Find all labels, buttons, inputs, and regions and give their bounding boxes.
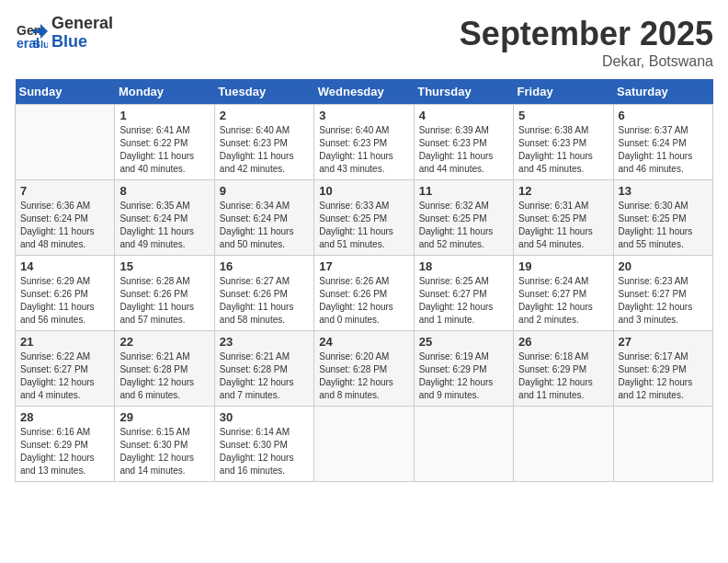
day-info: Sunrise: 6:16 AMSunset: 6:29 PMDaylight:… <box>20 426 109 477</box>
calendar-cell: 15Sunrise: 6:28 AMSunset: 6:26 PMDayligh… <box>115 256 214 331</box>
day-info: Sunrise: 6:37 AMSunset: 6:24 PMDaylight:… <box>619 124 708 176</box>
day-info: Sunrise: 6:21 AMSunset: 6:28 PMDaylight:… <box>220 350 309 402</box>
day-info: Sunrise: 6:33 AMSunset: 6:25 PMDaylight:… <box>319 200 408 251</box>
day-info: Sunrise: 6:28 AMSunset: 6:26 PMDaylight:… <box>119 275 209 327</box>
day-info: Sunrise: 6:17 AMSunset: 6:29 PMDaylight:… <box>619 350 708 402</box>
calendar-cell: 13Sunrise: 6:30 AMSunset: 6:25 PMDayligh… <box>613 180 712 256</box>
calendar-cell: 8Sunrise: 6:35 AMSunset: 6:24 PMDaylight… <box>115 180 214 256</box>
day-number: 18 <box>419 259 508 273</box>
calendar-cell: 26Sunrise: 6:18 AMSunset: 6:29 PMDayligh… <box>514 331 613 407</box>
weekday-header-monday: Monday <box>115 79 214 105</box>
weekday-header-saturday: Saturday <box>613 79 712 105</box>
day-info: Sunrise: 6:14 AMSunset: 6:30 PMDaylight:… <box>220 426 309 477</box>
day-info: Sunrise: 6:39 AMSunset: 6:23 PMDaylight:… <box>419 124 508 176</box>
calendar-cell: 5Sunrise: 6:38 AMSunset: 6:23 PMDaylight… <box>514 105 613 180</box>
calendar-cell: 16Sunrise: 6:27 AMSunset: 6:26 PMDayligh… <box>214 256 313 331</box>
day-number: 14 <box>20 259 109 273</box>
calendar-cell <box>613 407 712 482</box>
day-info: Sunrise: 6:15 AMSunset: 6:30 PMDaylight:… <box>119 426 209 477</box>
week-row-0: 1Sunrise: 6:41 AMSunset: 6:22 PMDaylight… <box>16 105 713 180</box>
day-number: 27 <box>619 335 708 349</box>
day-number: 9 <box>220 184 309 198</box>
calendar-cell: 24Sunrise: 6:20 AMSunset: 6:28 PMDayligh… <box>314 331 414 407</box>
day-number: 1 <box>119 109 209 122</box>
day-number: 10 <box>319 184 408 198</box>
day-info: Sunrise: 6:31 AMSunset: 6:25 PMDaylight:… <box>518 200 608 251</box>
calendar-cell: 25Sunrise: 6:19 AMSunset: 6:29 PMDayligh… <box>414 331 513 407</box>
calendar-cell <box>314 407 414 482</box>
day-number: 23 <box>220 335 309 349</box>
day-number: 17 <box>319 259 408 273</box>
day-info: Sunrise: 6:18 AMSunset: 6:29 PMDaylight:… <box>518 350 608 402</box>
day-info: Sunrise: 6:35 AMSunset: 6:24 PMDaylight:… <box>119 200 209 251</box>
day-number: 6 <box>619 109 708 122</box>
calendar-cell: 21Sunrise: 6:22 AMSunset: 6:27 PMDayligh… <box>16 331 115 407</box>
calendar-cell: 9Sunrise: 6:34 AMSunset: 6:24 PMDaylight… <box>214 180 313 256</box>
calendar-body: 1Sunrise: 6:41 AMSunset: 6:22 PMDaylight… <box>16 105 713 482</box>
calendar-cell: 1Sunrise: 6:41 AMSunset: 6:22 PMDaylight… <box>115 105 214 180</box>
day-number: 20 <box>619 259 708 273</box>
day-info: Sunrise: 6:27 AMSunset: 6:26 PMDaylight:… <box>220 275 309 327</box>
svg-text:Blue: Blue <box>33 39 48 50</box>
day-number: 11 <box>419 184 508 198</box>
day-number: 5 <box>518 109 608 122</box>
day-info: Sunrise: 6:38 AMSunset: 6:23 PMDaylight:… <box>518 124 608 176</box>
weekday-header-thursday: Thursday <box>414 79 513 105</box>
day-info: Sunrise: 6:40 AMSunset: 6:23 PMDaylight:… <box>220 124 309 176</box>
day-number: 12 <box>518 184 608 198</box>
week-row-4: 28Sunrise: 6:16 AMSunset: 6:29 PMDayligh… <box>16 407 713 482</box>
day-number: 3 <box>319 109 408 122</box>
day-info: Sunrise: 6:24 AMSunset: 6:27 PMDaylight:… <box>518 275 608 327</box>
logo-line2: Blue <box>51 32 87 51</box>
day-number: 30 <box>220 410 309 424</box>
logo-icon: Gen eral Blue <box>15 17 48 50</box>
day-number: 28 <box>20 410 109 424</box>
calendar-cell: 30Sunrise: 6:14 AMSunset: 6:30 PMDayligh… <box>214 407 313 482</box>
calendar-cell: 6Sunrise: 6:37 AMSunset: 6:24 PMDaylight… <box>613 105 712 180</box>
calendar-cell: 4Sunrise: 6:39 AMSunset: 6:23 PMDaylight… <box>414 105 513 180</box>
day-info: Sunrise: 6:19 AMSunset: 6:29 PMDaylight:… <box>419 350 508 402</box>
page-header: Gen eral Blue General Blue September 202… <box>15 15 713 70</box>
calendar-cell: 19Sunrise: 6:24 AMSunset: 6:27 PMDayligh… <box>514 256 613 331</box>
calendar-cell: 11Sunrise: 6:32 AMSunset: 6:25 PMDayligh… <box>414 180 513 256</box>
day-number: 8 <box>119 184 209 198</box>
calendar-cell: 3Sunrise: 6:40 AMSunset: 6:23 PMDaylight… <box>314 105 414 180</box>
calendar-table: SundayMondayTuesdayWednesdayThursdayFrid… <box>15 79 713 482</box>
calendar-cell: 14Sunrise: 6:29 AMSunset: 6:26 PMDayligh… <box>16 256 115 331</box>
weekday-header-tuesday: Tuesday <box>214 79 313 105</box>
day-info: Sunrise: 6:40 AMSunset: 6:23 PMDaylight:… <box>319 124 408 176</box>
weekday-header-sunday: Sunday <box>16 79 115 105</box>
day-info: Sunrise: 6:41 AMSunset: 6:22 PMDaylight:… <box>119 124 209 176</box>
weekday-header-wednesday: Wednesday <box>314 79 414 105</box>
calendar-cell: 17Sunrise: 6:26 AMSunset: 6:26 PMDayligh… <box>314 256 414 331</box>
calendar-cell: 7Sunrise: 6:36 AMSunset: 6:24 PMDaylight… <box>16 180 115 256</box>
day-number: 19 <box>518 259 608 273</box>
day-number: 7 <box>20 184 109 198</box>
day-info: Sunrise: 6:34 AMSunset: 6:24 PMDaylight:… <box>220 200 309 251</box>
calendar-cell: 10Sunrise: 6:33 AMSunset: 6:25 PMDayligh… <box>314 180 414 256</box>
day-number: 24 <box>319 335 408 349</box>
calendar-cell <box>514 407 613 482</box>
day-info: Sunrise: 6:22 AMSunset: 6:27 PMDaylight:… <box>20 350 109 402</box>
title-block: September 2025 Dekar, Botswana <box>460 15 713 70</box>
day-number: 22 <box>119 335 209 349</box>
day-info: Sunrise: 6:30 AMSunset: 6:25 PMDaylight:… <box>619 200 708 251</box>
calendar-cell: 29Sunrise: 6:15 AMSunset: 6:30 PMDayligh… <box>115 407 214 482</box>
calendar-cell: 2Sunrise: 6:40 AMSunset: 6:23 PMDaylight… <box>214 105 313 180</box>
day-info: Sunrise: 6:21 AMSunset: 6:28 PMDaylight:… <box>119 350 209 402</box>
day-number: 29 <box>119 410 209 424</box>
day-info: Sunrise: 6:25 AMSunset: 6:27 PMDaylight:… <box>419 275 508 327</box>
location: Dekar, Botswana <box>460 53 713 70</box>
day-number: 13 <box>619 184 708 198</box>
day-info: Sunrise: 6:26 AMSunset: 6:26 PMDaylight:… <box>319 275 408 327</box>
day-info: Sunrise: 6:20 AMSunset: 6:28 PMDaylight:… <box>319 350 408 402</box>
day-number: 4 <box>419 109 508 122</box>
day-info: Sunrise: 6:32 AMSunset: 6:25 PMDaylight:… <box>419 200 508 251</box>
calendar-cell: 12Sunrise: 6:31 AMSunset: 6:25 PMDayligh… <box>514 180 613 256</box>
logo: Gen eral Blue General Blue <box>15 15 113 52</box>
day-info: Sunrise: 6:36 AMSunset: 6:24 PMDaylight:… <box>20 200 109 251</box>
day-number: 21 <box>20 335 109 349</box>
weekday-header-friday: Friday <box>514 79 613 105</box>
calendar-cell: 23Sunrise: 6:21 AMSunset: 6:28 PMDayligh… <box>214 331 313 407</box>
week-row-3: 21Sunrise: 6:22 AMSunset: 6:27 PMDayligh… <box>16 331 713 407</box>
